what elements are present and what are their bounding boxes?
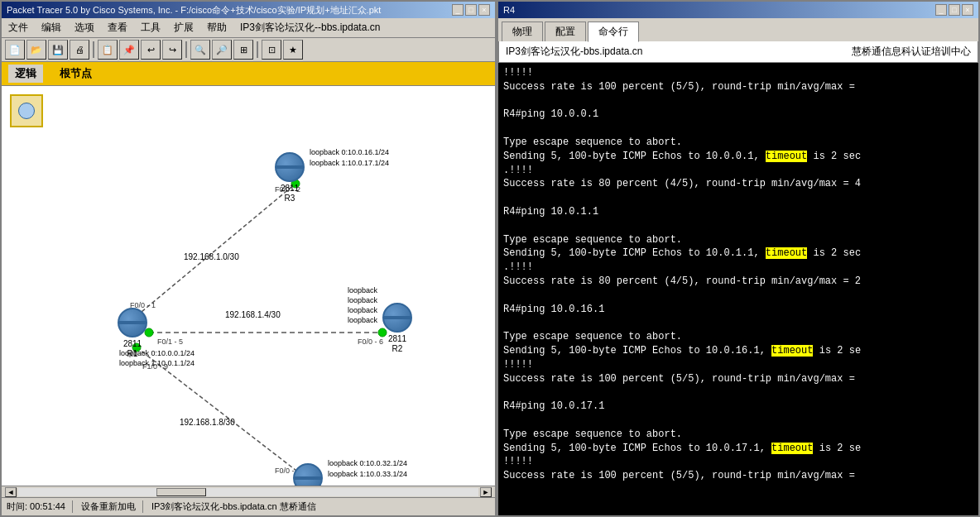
topology-button[interactable]: ⊡	[262, 40, 281, 60]
zoom-fit-button[interactable]: ⊞	[233, 40, 253, 60]
router-r3[interactable]: 2811R3 loopback 0:10.0.16.1/24 loopback …	[275, 152, 305, 203]
router-r2-label: 2811R2	[388, 334, 406, 354]
menu-forum: IP3剑客论坛汉化--bbs.ipdata.cn	[237, 20, 383, 36]
r4-loopback1: loopback 1:10.0.33.1/24	[328, 470, 407, 478]
paste-button[interactable]: 📌	[119, 40, 139, 60]
r2-loopback0: loopback	[348, 286, 377, 294]
status-bar: 时间: 00:51:44 设备重新加电 IP3剑客论坛汉化-bbs.ipdata…	[2, 497, 495, 515]
save-button[interactable]: 💾	[48, 40, 68, 60]
r3-loopback1: loopback 1:10.0.17.1/24	[310, 159, 389, 167]
r4-maximize-button[interactable]: □	[949, 4, 960, 16]
logic-label: 逻辑	[8, 65, 43, 83]
r4-header: IP3剑客论坛汉化-bbs.ipdata.cn 慧桥通信息科认证培训中心	[498, 41, 978, 63]
status-time: 时间: 00:51:44	[7, 500, 73, 513]
undo-button[interactable]: ↩	[141, 40, 161, 60]
toolbar: 📄 📂 💾 🖨 📋 📌 ↩ ↪ 🔍 🔎 ⊞ ⊡ ★	[2, 38, 495, 62]
r4-tab-bar: 物理 配置 命令行	[498, 18, 978, 41]
topology-svg: 192.168.1.0/30 192.168.1.4/30 192.168.1.…	[2, 86, 495, 486]
menu-file[interactable]: 文件	[5, 20, 31, 36]
r2-loopback1: loopback	[348, 296, 377, 304]
r2-loopback3: loopback	[348, 316, 377, 324]
r4-titlebar: R4 _ □ ×	[498, 2, 978, 18]
terminal-area[interactable]: !!!!! Success rate is 100 percent (5/5),…	[498, 63, 978, 515]
r4-loopback0: loopback 0:10.0.32.1/24	[328, 459, 407, 467]
copy-button[interactable]: 📋	[98, 40, 118, 60]
router-r1[interactable]: 2811R1 loopback 0:10.0.0.1/24 loopback 1…	[118, 308, 147, 359]
logic-bar: 逻辑 根节点	[2, 62, 495, 86]
root-node-label: 根节点	[60, 66, 92, 81]
svg-line-0	[137, 184, 295, 316]
router-r1-icon	[118, 308, 147, 337]
router-r4-icon	[293, 463, 323, 486]
zoom-out-button[interactable]: 🔎	[212, 40, 232, 60]
zoom-in-button[interactable]: 🔍	[190, 40, 210, 60]
r4-minimize-button[interactable]: _	[935, 4, 947, 16]
packet-tracer-titlebar: Packet Tracer 5.0 by Cisco Systems, Inc.…	[2, 2, 495, 18]
minimize-button[interactable]: _	[452, 4, 464, 16]
router-r4[interactable]: 2811R4 loopback 0:10.0.32.1/24 loopback …	[293, 463, 323, 486]
router-r2[interactable]: 2811R2 loopback loopback loopback loopba…	[382, 303, 412, 354]
scroll-left-button[interactable]: ◄	[5, 487, 17, 497]
packet-tracer-title: Packet Tracer 5.0 by Cisco Systems, Inc.…	[7, 4, 381, 17]
custom-button[interactable]: ★	[283, 40, 303, 60]
r1-loopback0: loopback 0:10.0.0.1/24	[119, 349, 195, 357]
r3-loopback0: loopback 0:10.0.16.1/24	[310, 148, 389, 156]
svg-text:192.168.1.8/30: 192.168.1.8/30	[180, 418, 235, 427]
new-button[interactable]: 📄	[5, 40, 25, 60]
svg-text:F0/0 - 6: F0/0 - 6	[358, 337, 383, 346]
packet-tracer-window: Packet Tracer 5.0 by Cisco Systems, Inc.…	[0, 0, 497, 517]
toolbar-separator-2	[185, 41, 187, 58]
canvas-area[interactable]: 192.168.1.0/30 192.168.1.4/30 192.168.1.…	[2, 86, 495, 486]
menu-bar: 文件 编辑 选项 查看 工具 扩展 帮助 IP3剑客论坛汉化--bbs.ipda…	[2, 18, 495, 38]
r4-header-right: 慧桥通信息科认证培训中心	[852, 45, 971, 59]
svg-text:192.168.1.4/30: 192.168.1.4/30	[225, 310, 281, 319]
r4-window: R4 _ □ × 物理 配置 命令行 IP3剑客论坛汉化-bbs.ipdata.…	[497, 0, 980, 517]
tab-physical[interactable]: 物理	[502, 22, 543, 41]
status-copyright: IP3剑客论坛汉化-bbs.ipdata.cn 慧桥通信	[151, 500, 316, 513]
open-button[interactable]: 📂	[26, 40, 46, 60]
router-r3-icon	[275, 152, 305, 182]
svg-text:192.168.1.0/30: 192.168.1.0/30	[184, 252, 239, 261]
r1-loopback1: loopback 1:10.0.1.1/24	[119, 359, 195, 367]
router-r2-icon	[382, 303, 412, 333]
tab-config[interactable]: 配置	[545, 22, 586, 41]
svg-text:F0/1 - 5: F0/1 - 5	[157, 337, 183, 346]
menu-options[interactable]: 选项	[71, 20, 98, 36]
toolbar-separator-1	[93, 41, 94, 58]
r4-header-left: IP3剑客论坛汉化-bbs.ipdata.cn	[506, 45, 642, 59]
r2-loopback2: loopback	[348, 306, 377, 314]
scroll-right-button[interactable]: ►	[480, 487, 492, 497]
menu-view[interactable]: 查看	[104, 20, 131, 36]
status-reload: 设备重新加电	[81, 500, 143, 513]
menu-edit[interactable]: 编辑	[38, 20, 65, 36]
horizontal-scrollbar[interactable]: ◄ ►	[2, 486, 495, 497]
print-button[interactable]: 🖨	[70, 40, 89, 60]
r4-close-button[interactable]: ×	[962, 4, 973, 16]
menu-extend[interactable]: 扩展	[171, 20, 197, 36]
close-button[interactable]: ×	[478, 4, 490, 16]
device-selector[interactable]	[10, 94, 43, 127]
router-r3-label: 2811R3	[281, 184, 299, 203]
menu-tools[interactable]: 工具	[137, 20, 164, 36]
menu-help[interactable]: 帮助	[204, 20, 230, 36]
tab-cli[interactable]: 命令行	[588, 22, 639, 42]
r4-title: R4	[503, 5, 515, 15]
redo-button[interactable]: ↪	[162, 40, 182, 60]
scroll-thumb[interactable]	[156, 488, 206, 496]
toolbar-separator-3	[257, 41, 258, 58]
maximize-button[interactable]: □	[465, 4, 477, 16]
